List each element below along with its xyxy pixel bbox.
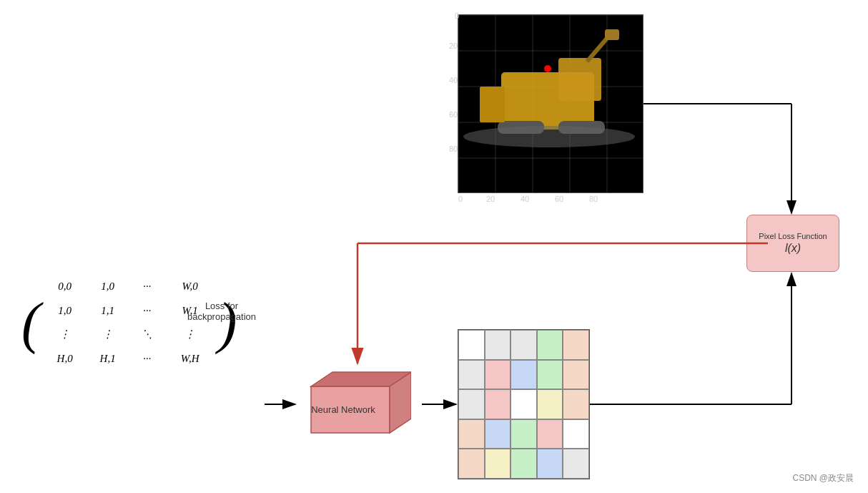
- arrows-overlay: [0, 0, 868, 493]
- matrix-cell: ···: [129, 301, 165, 322]
- grid-cell: [458, 330, 485, 360]
- grid-cell: [485, 389, 511, 419]
- matrix-grid: 0,0 1,0 ··· W,0 1,0 1,1 ··· W,1 ⋮ ⋮ ⋱ ⋮ …: [41, 272, 218, 374]
- grid-cell: [537, 389, 563, 419]
- neural-network-box: Neural Network: [297, 365, 411, 444]
- grid-cell: [485, 330, 511, 360]
- matrix-cell: ⋮: [44, 324, 87, 346]
- grid-cell: [563, 419, 589, 449]
- watermark: CSDN @政安晨: [792, 472, 854, 484]
- svg-line-14: [587, 36, 608, 62]
- loss-formula: l(x): [785, 242, 801, 255]
- grid-cell: [485, 449, 511, 479]
- axis-x20-label: 20: [486, 195, 495, 203]
- grid-cell: [537, 360, 563, 390]
- loss-function-box: Pixel Loss Function l(x): [746, 215, 839, 272]
- axis-y80-label: 80: [449, 145, 458, 153]
- axis-x0-label: 0: [458, 195, 463, 203]
- matrix-cell: ···: [129, 348, 165, 370]
- grid-cell: [458, 360, 485, 390]
- svg-rect-13: [558, 58, 601, 101]
- axis-y60-label: 60: [449, 110, 458, 119]
- grid-cell: [458, 389, 485, 419]
- axis-y20-label: 20: [449, 42, 458, 50]
- grid-cell: [563, 330, 589, 360]
- grid-cell: [537, 419, 563, 449]
- grid-cell: [458, 419, 485, 449]
- matrix-cell: ⋮: [87, 324, 129, 346]
- grid-cell: [563, 389, 589, 419]
- render-viewport: [458, 14, 643, 193]
- axis-y40-label: 40: [449, 76, 458, 84]
- nn-label: Neural Network: [297, 404, 390, 415]
- grid-cell: [511, 389, 537, 419]
- matrix-cell: ···: [129, 276, 165, 298]
- axis-x60-label: 60: [555, 195, 563, 203]
- matrix-cell: 1,0: [44, 301, 87, 322]
- matrix-cell: H,1: [87, 348, 129, 370]
- grid-cell: [563, 449, 589, 479]
- matrix-cell: 1,1: [87, 301, 129, 322]
- grid-cell: [458, 449, 485, 479]
- grid-cell: [511, 360, 537, 390]
- output-grid: [458, 329, 590, 479]
- matrix-cell: ⋱: [129, 324, 165, 346]
- render-grid-svg: [458, 15, 643, 192]
- matrix-cell: ⋮: [165, 324, 215, 346]
- matrix-cell: 0,0: [44, 276, 87, 298]
- axis-x40-label: 40: [521, 195, 529, 203]
- grid-cell: [563, 360, 589, 390]
- grid-cell: [511, 330, 537, 360]
- bracket-left: (: [21, 294, 41, 351]
- grid-cell: [485, 360, 511, 390]
- grid-cell: [511, 449, 537, 479]
- loss-title: Pixel Loss Function: [759, 232, 827, 240]
- svg-rect-15: [605, 29, 619, 40]
- backprop-label: Loss for backpropagation: [179, 301, 265, 322]
- grid-cell: [537, 330, 563, 360]
- grid-cell: [485, 419, 511, 449]
- svg-point-19: [463, 126, 635, 147]
- matrix-cell: W,H: [165, 348, 215, 370]
- axis-top-label: 0: [455, 11, 459, 20]
- matrix-cell: 1,0: [87, 276, 129, 298]
- grid-cell: [537, 449, 563, 479]
- grid-cell: [511, 419, 537, 449]
- svg-rect-18: [480, 87, 505, 122]
- svg-point-20: [544, 65, 551, 72]
- matrix-cell: H,0: [44, 348, 87, 370]
- axis-x80-label: 80: [589, 195, 598, 203]
- input-matrix: ( 0,0 1,0 ··· W,0 1,0 1,1 ··· W,1 ⋮ ⋮ ⋱ …: [21, 272, 237, 374]
- matrix-cell: W,0: [165, 276, 215, 298]
